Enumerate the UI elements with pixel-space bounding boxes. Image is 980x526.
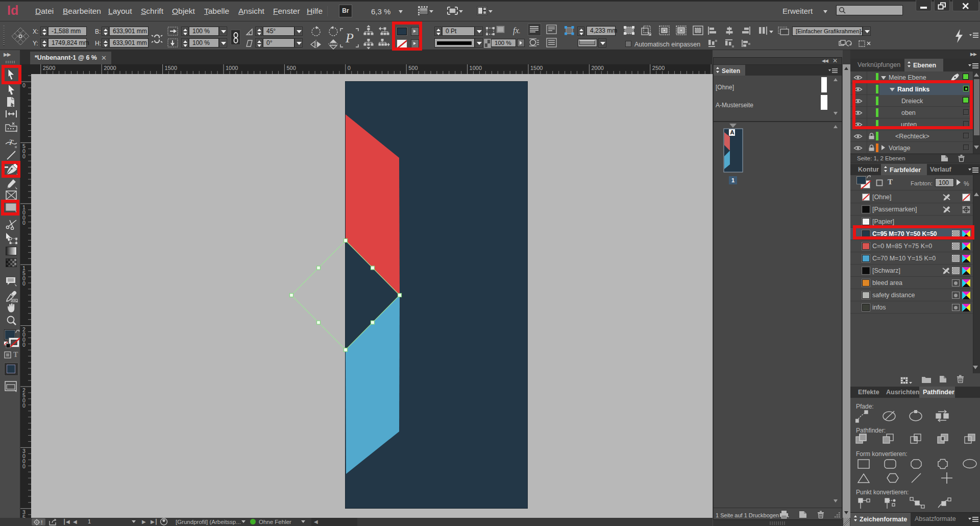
svg-text:0: 0 <box>22 82 26 88</box>
svg-text:1000: 1000 <box>470 65 482 71</box>
svg-text:0: 0 <box>22 463 26 469</box>
svg-text:1500: 1500 <box>165 65 177 71</box>
svg-text:!: ! <box>41 519 43 525</box>
svg-text:0: 0 <box>22 402 26 409</box>
svg-text:0: 0 <box>22 220 26 226</box>
svg-text:500: 500 <box>286 65 296 71</box>
svg-text:1000: 1000 <box>226 65 238 71</box>
svg-text:2500: 2500 <box>43 65 55 71</box>
svg-text:1500: 1500 <box>530 65 543 71</box>
svg-text:0: 0 <box>22 153 26 159</box>
svg-text:A: A <box>730 129 734 135</box>
svg-text:0: 0 <box>22 280 26 286</box>
svg-text:T: T <box>8 138 14 147</box>
svg-text:2000: 2000 <box>591 65 603 71</box>
svg-text:P: P <box>345 31 354 45</box>
svg-text:500: 500 <box>408 65 418 71</box>
svg-text:2000: 2000 <box>104 65 116 71</box>
svg-text:2500: 2500 <box>652 65 665 71</box>
svg-text:5: 5 <box>22 514 26 518</box>
svg-text:0: 0 <box>22 342 26 348</box>
svg-text:0: 0 <box>348 65 351 71</box>
